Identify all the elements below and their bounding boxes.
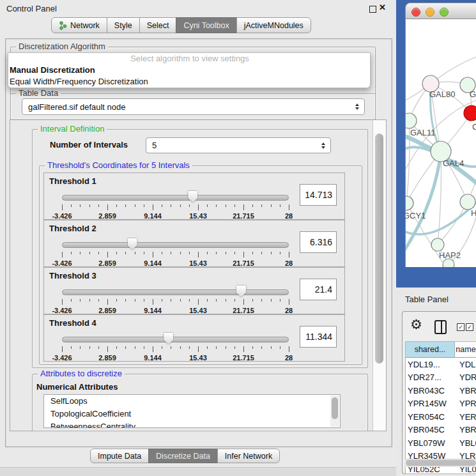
minor-tick: [271, 299, 272, 302]
table-row[interactable]: YPR145WYPR145W: [406, 397, 476, 411]
table-data-combobox[interactable]: galFiltered.sif default node: [22, 98, 365, 115]
slider-track[interactable]: [62, 337, 289, 342]
network-node-hap2[interactable]: [431, 238, 444, 251]
table-row[interactable]: YBL079WYBL079W: [406, 436, 476, 450]
close-icon[interactable]: ✕: [379, 3, 386, 12]
network-edge[interactable]: [406, 121, 410, 203]
network-node-gal11[interactable]: [406, 113, 417, 128]
minor-tick: [280, 299, 280, 302]
checkbox-icon[interactable]: ✓: [466, 323, 473, 331]
node-label-gal11: GAL11: [410, 128, 436, 137]
table-row[interactable]: YER054CYER054C: [406, 410, 476, 424]
attributes-scrollbar[interactable]: [330, 395, 339, 427]
slider-handle[interactable]: [128, 238, 137, 250]
table-row[interactable]: YBR043CYBR043C: [406, 384, 476, 397]
minor-tick: [171, 204, 171, 207]
slider-ticks: [62, 252, 289, 258]
minor-tick: [135, 204, 135, 207]
settings-scrollbar[interactable]: [372, 120, 386, 431]
list-item-selfloops[interactable]: SelfLoops: [44, 395, 340, 408]
column-header-name[interactable]: name: [455, 342, 476, 357]
slider-handle[interactable]: [164, 333, 173, 344]
threshold-value-field[interactable]: 14.713: [300, 184, 337, 206]
gear-icon[interactable]: ⚙: [410, 318, 422, 331]
minor-tick: [98, 346, 99, 349]
threshold-slider[interactable]: -3.4262.8599.14415.4321.71528: [62, 190, 289, 217]
slider-track[interactable]: [62, 195, 289, 201]
tab-infer-network[interactable]: Infer Network: [217, 449, 280, 463]
network-node-c[interactable]: [464, 105, 476, 121]
slider-track[interactable]: [62, 242, 289, 248]
tab-impute-data[interactable]: Impute Data: [90, 449, 149, 463]
minor-tick: [162, 204, 162, 207]
threshold-slider[interactable]: -3.4262.8599.14415.4321.71528: [62, 285, 289, 312]
tab-discretize-data[interactable]: Discretize Data: [148, 449, 218, 463]
cell-name: YER054C: [455, 412, 476, 422]
slider-track[interactable]: [62, 289, 289, 295]
tab-network[interactable]: Network: [51, 17, 107, 33]
slider-handle[interactable]: [188, 191, 197, 203]
tab-select[interactable]: Select: [139, 17, 177, 33]
tab-label: Discretize Data: [156, 452, 210, 461]
network-canvas[interactable]: GAL80GACGAL11GAL4GCY1HHAP2: [405, 19, 476, 267]
network-icon: [59, 21, 67, 30]
network-graph[interactable]: GAL80GACGAL11GAL4GCY1HHAP2: [406, 19, 476, 267]
table-scrollbar-thumb[interactable]: [406, 460, 476, 466]
threshold-value-field[interactable]: 11.344: [300, 326, 337, 348]
threshold-slider[interactable]: -3.4262.8599.14415.4321.71528: [62, 238, 289, 265]
minor-tick: [280, 204, 280, 207]
threshold-value-field[interactable]: 6.316: [300, 231, 337, 253]
tab-style[interactable]: Style: [107, 17, 140, 33]
network-node-gcy1[interactable]: [406, 196, 413, 210]
settings-scrollbar-thumb[interactable]: [375, 134, 383, 364]
tick-label: 9.144: [144, 259, 162, 267]
minor-tick: [135, 299, 135, 302]
attributes-scrollbar-thumb[interactable]: [332, 397, 338, 419]
network-view-window: GAL80GACGAL11GAL4GCY1HHAP2: [405, 3, 476, 267]
minor-tick: [252, 346, 253, 349]
group-title: Interval Definition: [38, 125, 107, 134]
slider-handle[interactable]: [236, 286, 246, 297]
zoom-window-icon[interactable]: [440, 8, 449, 17]
tick-label: 9.144: [144, 354, 162, 362]
major-tick: [62, 204, 63, 210]
column-header-shared[interactable]: shared...: [406, 342, 455, 357]
tick-label: 2.859: [98, 212, 116, 220]
table-row[interactable]: YDR27...YDR27...: [406, 371, 476, 385]
threshold-slider[interactable]: -3.4262.8599.14415.4321.71528: [62, 332, 289, 359]
algorithm-option-select-algorithm-to-view-settings[interactable]: Select algorithm to view settings: [8, 53, 370, 65]
threshold-value-field[interactable]: 21.4: [300, 279, 337, 300]
network-node-h[interactable]: [460, 194, 475, 210]
numerical-attributes-list[interactable]: SelfLoopsTopologicalCoefficientBetweenne…: [43, 394, 341, 428]
window-titlebar[interactable]: [405, 3, 476, 19]
node-attribute-table: shared...name YDL19...YDL19...YDR27...YD…: [405, 341, 476, 474]
close-window-icon[interactable]: [411, 8, 420, 17]
table-row[interactable]: YDL19...YDL19...: [406, 358, 476, 371]
tab-label: Impute Data: [98, 452, 141, 461]
network-edge[interactable]: [438, 56, 476, 79]
slider-handle-shape: [236, 286, 246, 297]
list-item-betweennesscentrality[interactable]: BetweennessCentrality: [44, 420, 340, 428]
tab-cyni-toolbox[interactable]: Cyni Toolbox: [176, 17, 236, 33]
minor-tick: [280, 252, 280, 254]
minimize-window-icon[interactable]: [426, 8, 434, 17]
algorithm-option-manual-discretization[interactable]: Manual Discretization: [8, 65, 370, 76]
panel-title: Control Panel: [6, 4, 57, 13]
split-columns-icon[interactable]: [434, 320, 447, 334]
list-item-topologicalcoefficient[interactable]: TopologicalCoefficient: [44, 408, 340, 420]
minor-tick: [189, 204, 190, 207]
threshold-label: Threshold 2: [49, 224, 96, 233]
minor-tick: [234, 204, 235, 207]
major-tick: [243, 299, 244, 305]
group-title: Threshold's Coordinates for 5 Intervals: [45, 161, 192, 170]
table-horizontal-scrollbar[interactable]: [405, 459, 476, 467]
number-of-intervals-combobox[interactable]: 5: [146, 137, 331, 153]
table-row[interactable]: YBR045CYBR045C: [406, 424, 476, 437]
float-window-icon[interactable]: [369, 6, 376, 13]
major-tick: [198, 204, 199, 210]
tab-jactivemnodules[interactable]: jActiveMNodules: [236, 17, 311, 33]
algorithm-option-equal-width-frequency-discretization[interactable]: Equal Width/Frequency Discretization: [8, 76, 370, 88]
checkbox-icon[interactable]: ✓: [457, 323, 464, 331]
minor-tick: [226, 346, 226, 349]
numerical-attributes-label: Numerical Attributes: [36, 382, 118, 392]
